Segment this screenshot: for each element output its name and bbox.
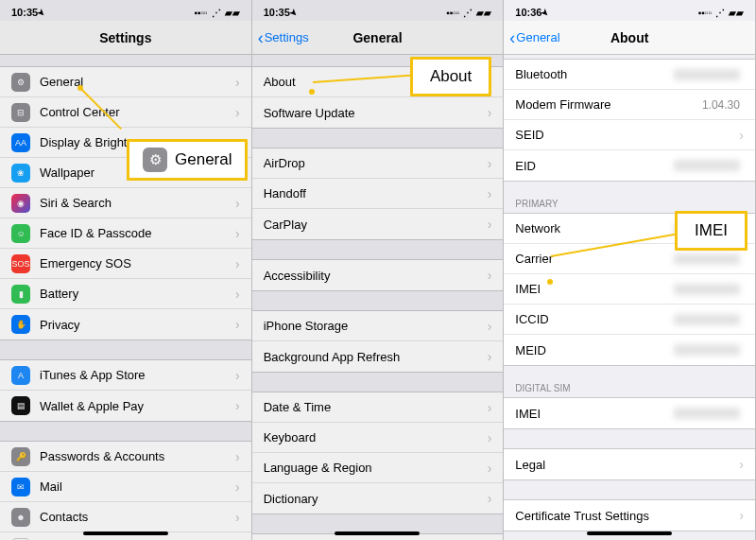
battery-icon: ▰▰ — [225, 8, 240, 18]
settings-row-wallet[interactable]: ▤Wallet & Apple Pay› — [0, 391, 251, 421]
settings-row-contacts[interactable]: ☻Contacts› — [0, 502, 251, 532]
general-row[interactable]: iPhone Storage› — [252, 311, 504, 341]
row-label: Modem Firmware — [515, 97, 702, 112]
chevron-left-icon: ‹ — [258, 29, 264, 46]
general-row[interactable]: Handoff› — [252, 179, 504, 209]
settings-row-siri[interactable]: ◉Siri & Search› — [0, 188, 251, 218]
row-label: Control Center — [40, 105, 235, 119]
about-list[interactable]: BluetoothModem Firmware1.04.30SEID›EIDPR… — [504, 55, 755, 540]
row-label: Accessibility — [264, 269, 488, 283]
row-label: Keyboard — [264, 430, 488, 444]
settings-row-battery[interactable]: ▮Battery› — [0, 279, 251, 309]
general-row[interactable]: Dictionary› — [252, 483, 504, 514]
row-label: IMEI — [515, 407, 674, 421]
about-row[interactable]: Modem Firmware1.04.30 — [504, 90, 755, 120]
row-label: AirDrop — [264, 156, 488, 170]
location-icon — [290, 7, 298, 18]
chevron-right-icon: › — [739, 508, 744, 523]
callout-imei: IMEI — [675, 211, 747, 251]
about-row[interactable]: Legal› — [504, 449, 755, 479]
settings-row-appstore[interactable]: AiTunes & App Store› — [0, 360, 251, 391]
mail-icon: ✉ — [11, 478, 30, 496]
home-indicator[interactable] — [83, 531, 168, 535]
settings-row-faceid[interactable]: ☺Face ID & Passcode› — [0, 218, 251, 249]
general-row[interactable]: Background App Refresh› — [252, 341, 504, 372]
row-label: Language & Region — [264, 461, 488, 475]
settings-row-passwords[interactable]: 🔑Passwords & Accounts› — [0, 442, 251, 472]
redacted-value — [674, 284, 740, 295]
wifi-icon: ⋰ — [212, 8, 221, 18]
general-row[interactable]: Software Update› — [252, 97, 504, 128]
contacts-icon: ☻ — [11, 508, 30, 527]
chevron-right-icon: › — [235, 479, 240, 495]
redacted-value — [674, 160, 740, 171]
page-title: General — [352, 30, 402, 45]
general-list[interactable]: About›Software Update›AirDrop›Handoff›Ca… — [252, 55, 504, 540]
about-row[interactable]: EID — [504, 150, 755, 181]
about-row[interactable]: SEID› — [504, 120, 755, 150]
chevron-right-icon: › — [235, 398, 240, 413]
redacted-value — [674, 344, 740, 356]
general-row[interactable]: Date & Time› — [252, 392, 504, 423]
screen-settings: 10:35 ▪▪▫▫ ⋰ ▰▰ Settings ⚙General›⊟Contr… — [0, 0, 252, 540]
status-bar: 10:35 ▪▪▫▫ ⋰ ▰▰ — [0, 0, 251, 21]
about-row[interactable]: IMEI — [504, 274, 755, 305]
callout-about: About — [410, 57, 491, 96]
callout-general: ⚙ General — [127, 139, 248, 181]
back-label: General — [516, 30, 559, 44]
general-row[interactable]: Keyboard› — [252, 423, 504, 453]
row-label: Certificate Trust Settings — [515, 509, 739, 523]
general-row[interactable]: Language & Region› — [252, 453, 504, 483]
back-label: Settings — [265, 30, 309, 44]
chevron-right-icon: › — [739, 128, 744, 143]
callout-label: About — [430, 67, 472, 86]
row-label: SEID — [515, 128, 739, 142]
row-label: Emergency SOS — [40, 256, 235, 270]
settings-row-privacy[interactable]: ✋Privacy› — [0, 309, 251, 340]
row-label: Battery — [40, 287, 235, 301]
screen-general: 10:35 ▪▪▫▫ ⋰ ▰▰ ‹ Settings General About… — [252, 0, 505, 540]
sos-icon: SOS — [11, 254, 30, 273]
row-label: Siri & Search — [40, 196, 235, 210]
chevron-right-icon: › — [488, 319, 492, 334]
about-row[interactable]: Bluetooth — [504, 60, 755, 90]
chevron-right-icon: › — [488, 430, 492, 445]
signal-icon: ▪▪▫▫ — [698, 8, 712, 18]
location-icon — [541, 7, 549, 18]
row-label: iTunes & App Store — [40, 368, 235, 382]
chevron-right-icon: › — [235, 226, 240, 241]
navbar: ‹ General About — [504, 21, 755, 55]
settings-row-sos[interactable]: SOSEmergency SOS› — [0, 249, 251, 279]
chevron-right-icon: › — [488, 217, 492, 232]
settings-row-general[interactable]: ⚙General› — [0, 67, 251, 97]
passwords-icon: 🔑 — [11, 447, 30, 466]
general-row[interactable]: CarPlay› — [252, 209, 504, 239]
about-row[interactable]: Certificate Trust Settings› — [504, 500, 755, 531]
row-label: Bluetooth — [515, 67, 674, 81]
chevron-right-icon: › — [488, 268, 492, 283]
settings-list[interactable]: ⚙General›⊟Control Center›AADisplay & Bri… — [0, 55, 251, 540]
row-label: Contacts — [40, 510, 235, 524]
about-row[interactable]: MEID — [504, 335, 755, 365]
chevron-right-icon: › — [235, 75, 240, 90]
chevron-right-icon: › — [235, 105, 240, 120]
row-value: 1.04.30 — [702, 98, 740, 112]
back-button[interactable]: ‹ Settings — [258, 29, 309, 46]
row-label: Face ID & Passcode — [40, 226, 235, 240]
general-row[interactable]: AirDrop› — [252, 148, 504, 179]
settings-row-control-center[interactable]: ⊟Control Center› — [0, 97, 251, 128]
about-row[interactable]: IMEI — [504, 398, 755, 428]
settings-row-mail[interactable]: ✉Mail› — [0, 472, 251, 502]
chevron-right-icon: › — [488, 461, 492, 476]
navbar: ‹ Settings General — [252, 21, 504, 55]
home-indicator[interactable] — [335, 531, 420, 535]
row-label: iPhone Storage — [264, 319, 488, 333]
screen-about: 10:36 ▪▪▫▫ ⋰ ▰▰ ‹ General About Bluetoot… — [504, 0, 756, 540]
privacy-icon: ✋ — [11, 315, 30, 334]
back-button[interactable]: ‹ General — [509, 29, 559, 46]
chevron-right-icon: › — [488, 400, 492, 415]
about-row[interactable]: ICCID — [504, 305, 755, 335]
general-row[interactable]: Accessibility› — [252, 260, 504, 290]
page-title: About — [610, 30, 648, 45]
home-indicator[interactable] — [587, 531, 672, 535]
